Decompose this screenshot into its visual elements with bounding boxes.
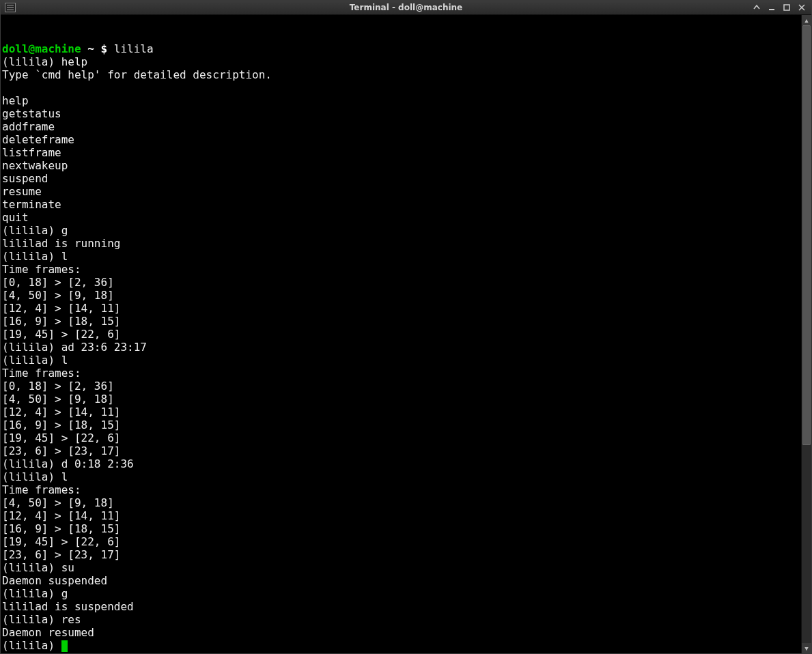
- titlebar: Terminal - doll@machine: [1, 1, 811, 15]
- repl-cmd: su: [61, 561, 74, 574]
- repl-prefix: (lilila): [2, 55, 61, 68]
- repl-cmd: res: [61, 613, 81, 626]
- output-line: lililad is suspended: [2, 600, 134, 613]
- repl-cmd: l: [61, 250, 68, 263]
- frame-row: [12, 4] > [14, 11]: [2, 406, 120, 418]
- scroll-up-button[interactable]: ▲: [802, 15, 811, 25]
- frame-row: [16, 9] > [18, 15]: [2, 418, 120, 431]
- frame-row: [4, 50] > [9, 18]: [2, 289, 114, 302]
- terminal-icon: [5, 3, 16, 12]
- help-cmd: getstatus: [2, 107, 61, 120]
- prompt-path: ~: [81, 42, 101, 55]
- repl-prefix: (lilila): [2, 470, 61, 483]
- help-cmd: suspend: [2, 172, 48, 185]
- scroll-down-button[interactable]: ▼: [802, 643, 811, 653]
- repl-cmd: l: [61, 470, 68, 483]
- repl-prefix: (lilila): [2, 561, 61, 574]
- help-cmd: resume: [2, 185, 42, 198]
- cursor: [61, 640, 68, 652]
- window-title: Terminal - doll@machine: [1, 3, 811, 12]
- frame-row: [4, 50] > [9, 18]: [2, 393, 114, 406]
- frame-row: [23, 6] > [23, 17]: [2, 444, 120, 457]
- help-hint: Type `cmd help' for detailed description…: [2, 68, 272, 81]
- prompt-symbol: $: [101, 42, 114, 55]
- repl-cmd: g: [61, 224, 68, 237]
- prompt-command: lilila: [114, 42, 154, 55]
- frame-row: [16, 9] > [18, 15]: [2, 315, 120, 328]
- help-cmd: quit: [2, 211, 29, 224]
- help-cmd: help: [2, 94, 29, 107]
- repl-cmd: help: [61, 55, 88, 68]
- repl-prefix: (lilila): [2, 457, 61, 470]
- maximize-button[interactable]: [781, 2, 792, 13]
- frame-row: [0, 18] > [2, 36]: [2, 380, 114, 393]
- help-cmd: deleteframe: [2, 133, 74, 146]
- help-cmd: nextwakeup: [2, 159, 68, 172]
- repl-cmd: ad 23:6 23:17: [61, 341, 147, 354]
- help-cmd: terminate: [2, 198, 61, 211]
- svg-rect-0: [769, 9, 774, 10]
- frame-row: [16, 9] > [18, 15]: [2, 522, 120, 535]
- svg-rect-1: [784, 5, 789, 10]
- repl-prefix: (lilila): [2, 639, 61, 652]
- output-line: Daemon suspended: [2, 574, 107, 587]
- output-line: Daemon resumed: [2, 626, 94, 639]
- scroll-track[interactable]: [802, 25, 811, 643]
- frame-row: [0, 18] > [2, 36]: [2, 276, 114, 289]
- terminal-window: Terminal - doll@machine doll@machine ~ $…: [0, 0, 812, 654]
- shade-up-button[interactable]: [751, 2, 762, 13]
- repl-prefix: (lilila): [2, 224, 61, 237]
- repl-prefix: (lilila): [2, 341, 61, 354]
- output-line: lililad is running: [2, 237, 120, 250]
- frame-row: [19, 45] > [22, 6]: [2, 535, 120, 548]
- output-line: Time frames:: [2, 367, 81, 380]
- repl-prefix: (lilila): [2, 613, 61, 626]
- frame-row: [12, 4] > [14, 11]: [2, 509, 120, 522]
- repl-prefix: (lilila): [2, 587, 61, 600]
- output-line: Time frames:: [2, 483, 81, 496]
- repl-prefix: (lilila): [2, 354, 61, 367]
- close-button[interactable]: [796, 2, 807, 13]
- scroll-thumb[interactable]: [802, 25, 811, 445]
- repl-cmd: l: [61, 354, 68, 367]
- repl-cmd: d 0:18 2:36: [61, 457, 134, 470]
- repl-prefix: (lilila): [2, 250, 61, 263]
- help-cmd: listframe: [2, 146, 61, 159]
- repl-cmd: g: [61, 587, 68, 600]
- prompt-user-host: doll@machine: [2, 42, 81, 55]
- terminal-output[interactable]: doll@machine ~ $ lilila (lilila) help Ty…: [1, 15, 801, 653]
- frame-row: [19, 45] > [22, 6]: [2, 431, 120, 444]
- help-cmd: addframe: [2, 120, 55, 133]
- frame-row: [19, 45] > [22, 6]: [2, 328, 120, 341]
- frame-row: [12, 4] > [14, 11]: [2, 302, 120, 315]
- minimize-button[interactable]: [766, 2, 777, 13]
- frame-row: [4, 50] > [9, 18]: [2, 496, 114, 509]
- scrollbar[interactable]: ▲ ▼: [801, 15, 811, 653]
- frame-row: [23, 6] > [23, 17]: [2, 548, 120, 561]
- output-line: Time frames:: [2, 263, 81, 276]
